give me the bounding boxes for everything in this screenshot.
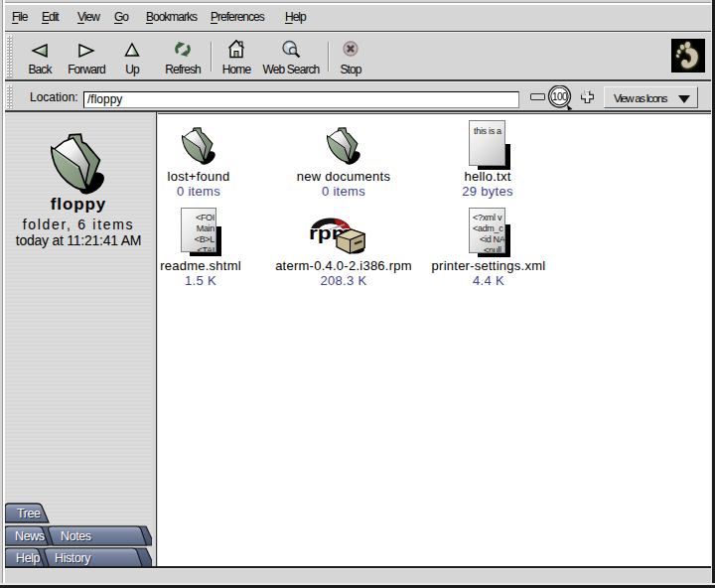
svg-text:100: 100 (552, 91, 568, 102)
